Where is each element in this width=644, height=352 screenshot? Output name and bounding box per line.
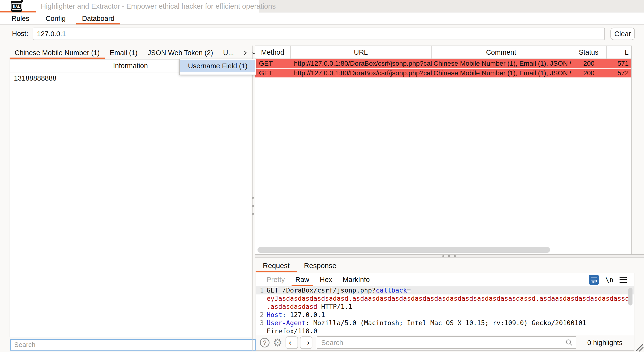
tab-config[interactable]: Config <box>38 12 74 24</box>
column-header-l[interactable]: L <box>606 46 631 58</box>
tab-rules[interactable]: Rules <box>3 12 38 24</box>
next-match-button[interactable]: → <box>300 336 312 349</box>
code-segment: .asdasdasdasd <box>266 302 317 311</box>
code-line: 1GET /DoraBox/csrf/jsonp.php?callback= <box>256 286 634 294</box>
editor-bottom-bar: ? ⚙ ← → 0 highlights <box>256 335 634 350</box>
data-type-tabs: Chinese Mobile Number (1)Email (1)JSON W… <box>10 46 251 59</box>
line-number <box>256 294 266 302</box>
request-table-rows: GEThttp://127.0.0.1:80/DoraBox/csrf/json… <box>255 59 631 78</box>
line-number <box>256 302 266 311</box>
gear-icon[interactable]: ⚙ <box>273 338 282 348</box>
cell-l: 572 <box>606 68 631 78</box>
code-segment: Host <box>266 311 282 319</box>
code-line: eyJasdasdasdasdsadasd.asdaasdasdasdasdas… <box>256 294 634 302</box>
newline-toggle-icon[interactable]: \n <box>605 276 613 284</box>
cell-url: http://127.0.0.1:80/DoraBox/csrf/jsonp.p… <box>290 59 432 68</box>
host-input[interactable] <box>32 28 605 40</box>
view-tab-pretty[interactable]: Pretty <box>261 273 290 286</box>
hae-logo-text: HAE <box>12 3 22 10</box>
tab-request[interactable]: Request <box>256 259 297 272</box>
prev-match-button[interactable]: ← <box>286 336 298 349</box>
editor-view-tabs: PrettyRawHexMarkInfo \n <box>256 273 634 286</box>
line-number <box>256 327 266 335</box>
code-line: 2Host: 127.0.0.1 <box>256 311 634 319</box>
table-row[interactable]: GEThttp://127.0.0.1:80/DoraBox/csrf/json… <box>255 59 631 68</box>
tab-response[interactable]: Response <box>297 259 344 272</box>
extension-tab-bar: HAE Highlighter and Extractor - Empower … <box>0 0 644 12</box>
request-log-table: MethodURLCommentStatusL GEThttp://127.0.… <box>255 46 632 255</box>
tab-databoard[interactable]: Databoard <box>74 12 122 24</box>
code-segment: callback <box>376 286 407 294</box>
editor-search-wrap <box>317 336 576 349</box>
code-segment: HTTP/1.1 <box>317 302 352 311</box>
view-tab-markinfo[interactable]: MarkInfo <box>337 273 375 286</box>
cell-url: http://127.0.0.1:80/DoraBox/csrf/jsonp.p… <box>290 68 432 78</box>
page-title: Highlighter and Extractor - Empower ethi… <box>41 0 276 12</box>
editor-search-input[interactable] <box>317 336 576 349</box>
table-row[interactable]: GEThttp://127.0.0.1:80/DoraBox/csrf/json… <box>255 68 631 78</box>
cell-method: GET <box>255 68 290 78</box>
column-header-comment[interactable]: Comment <box>432 46 571 58</box>
line-number: 1 <box>256 286 266 294</box>
view-tab-raw[interactable]: Raw <box>290 273 314 286</box>
information-table: Information 13188888888 <box>10 59 251 337</box>
column-header-method[interactable]: Method <box>255 46 290 58</box>
cell-method: GET <box>255 59 290 68</box>
help-icon[interactable]: ? <box>260 338 270 348</box>
request-raw-view[interactable]: 1GET /DoraBox/csrf/jsonp.php?callback=ey… <box>256 286 634 336</box>
code-line: Firefox/118.0 <box>256 327 634 335</box>
host-bar: Host: Clear <box>0 25 644 42</box>
code-segment: = <box>407 286 411 294</box>
cell-comment: Chinese Mobile Number (1), Email (1), JS… <box>432 68 571 78</box>
editor-menu-icon[interactable] <box>620 277 627 283</box>
message-editor-tabs: RequestResponse <box>256 259 344 272</box>
information-search-input[interactable] <box>10 339 256 350</box>
cell-comment: Chinese Mobile Number (1), Email (1), JS… <box>432 59 571 68</box>
line-number: 2 <box>256 311 266 319</box>
logo-pixel-dot <box>21 0 23 2</box>
data-tab-u[interactable]: U... <box>218 46 239 59</box>
code-line: 3User-Agent: Mozilla/5.0 (Macintosh; Int… <box>256 319 634 327</box>
line-number: 3 <box>256 319 266 327</box>
code-segment: : 127.0.0.1 <box>282 311 325 319</box>
tab-overflow-dropdown: Username Field (1) <box>179 59 256 75</box>
host-label: Host: <box>12 25 28 42</box>
data-tab-email-1[interactable]: Email (1) <box>105 46 143 59</box>
editor-vertical-scrollbar[interactable] <box>628 288 632 306</box>
data-tab-json-web-token-2[interactable]: JSON Web Token (2) <box>143 46 218 59</box>
data-tab-chinese-mobile-number-1[interactable]: Chinese Mobile Number (1) <box>10 46 105 59</box>
message-editor: PrettyRawHexMarkInfo \n 1GET /DoraBox/cs… <box>256 273 634 350</box>
cell-status: 200 <box>571 68 606 78</box>
clear-button[interactable]: Clear <box>610 28 635 40</box>
request-table-header: MethodURLCommentStatusL <box>255 46 631 59</box>
chevron-right-icon[interactable] <box>242 50 248 56</box>
code-line: .asdasdasdasd HTTP/1.1 <box>256 302 634 311</box>
horizontal-scrollbar[interactable] <box>258 247 550 253</box>
app-window: HAE Highlighter and Extractor - Empower … <box>0 0 644 352</box>
code-segment: User-Agent <box>266 319 306 327</box>
code-segment: Firefox/118.0 <box>266 327 317 335</box>
highlights-count: 0 highlights <box>587 339 622 347</box>
editor-toolbar-icons: \n <box>589 273 627 286</box>
code-segment: GET /DoraBox/csrf/jsonp.php? <box>266 286 376 294</box>
cell-l: 571 <box>606 59 631 68</box>
word-wrap-icon[interactable] <box>589 275 599 285</box>
view-tab-hex[interactable]: Hex <box>314 273 338 286</box>
column-header-status[interactable]: Status <box>571 46 606 58</box>
resize-grip-icon[interactable] <box>635 343 644 352</box>
vertical-splitter-handle[interactable] <box>252 196 254 215</box>
column-header-url[interactable]: URL <box>290 46 432 58</box>
search-icon <box>566 339 573 346</box>
code-segment: eyJasdasdasdasdsadasd.asdaasdasdasdasdas… <box>266 294 629 302</box>
cell-status: 200 <box>571 59 606 68</box>
logo-pixel-dot <box>19 2 20 3</box>
main-nav-tabs: RulesConfigDataboard <box>0 12 644 25</box>
horizontal-splitter-handle[interactable] <box>442 255 456 257</box>
code-segment: : Mozilla/5.0 (Macintosh; Intel Mac OS X… <box>306 319 586 327</box>
dropdown-item-username-field[interactable]: Username Field (1) <box>180 60 255 72</box>
